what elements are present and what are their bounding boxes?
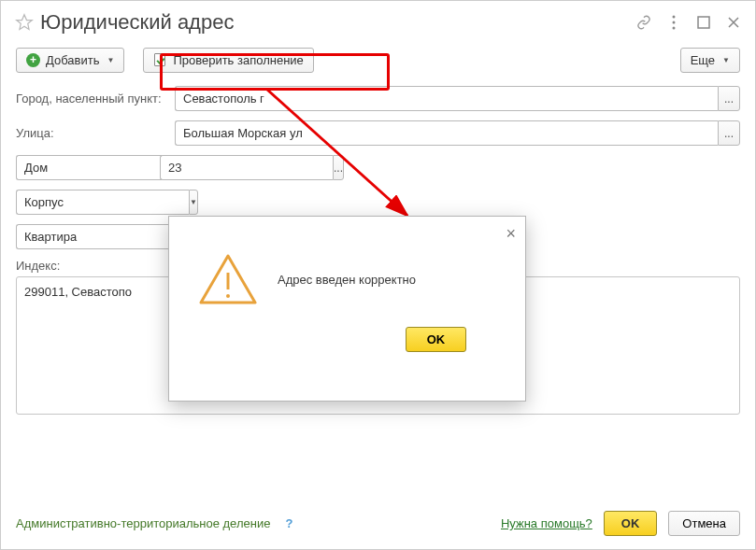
address-window: Юридический адрес + Добавить ▼ Проверить… xyxy=(0,0,756,550)
city-lookup-button[interactable]: ... xyxy=(718,86,740,111)
svg-point-2 xyxy=(673,27,676,30)
window-title: Юридический адрес xyxy=(40,10,635,35)
dialog-close-icon[interactable]: × xyxy=(506,224,516,244)
plus-icon: + xyxy=(26,53,40,67)
dialog-message: Адрес введен корректно xyxy=(278,273,416,287)
apartment-type-combo[interactable] xyxy=(16,224,189,249)
city-label: Город, населенный пункт: xyxy=(16,92,175,106)
toolbar: + Добавить ▼ Проверить заполнение Еще ▼ xyxy=(1,40,755,80)
close-icon[interactable] xyxy=(725,14,742,31)
link-icon[interactable] xyxy=(635,14,652,31)
add-label: Добавить xyxy=(46,53,99,67)
titlebar: Юридический адрес xyxy=(1,1,755,40)
city-input[interactable] xyxy=(175,86,718,111)
verify-label: Проверить заполнение xyxy=(173,53,303,67)
street-label: Улица: xyxy=(16,126,175,140)
more-label: Еще xyxy=(691,53,715,67)
verify-button[interactable]: Проверить заполнение xyxy=(143,48,313,73)
svg-point-0 xyxy=(673,16,676,19)
add-button[interactable]: + Добавить ▼ xyxy=(16,48,124,73)
cancel-button[interactable]: Отмена xyxy=(668,511,740,536)
favorite-icon[interactable] xyxy=(14,12,35,33)
help-icon[interactable]: ? xyxy=(285,516,292,530)
svg-rect-3 xyxy=(698,17,709,28)
dialog-ok-button[interactable]: OK xyxy=(406,327,467,352)
warning-icon xyxy=(197,252,259,306)
admin-division-link[interactable]: Административно-территориальное деление xyxy=(16,516,270,530)
svg-point-6 xyxy=(226,294,230,298)
footer: Административно-территориальное деление … xyxy=(1,500,755,549)
svg-point-1 xyxy=(673,21,676,24)
street-lookup-button[interactable]: ... xyxy=(718,120,740,146)
kebab-icon[interactable] xyxy=(665,14,682,31)
chevron-down-icon[interactable]: ▼ xyxy=(189,190,198,215)
house-input[interactable] xyxy=(160,155,333,180)
house-lookup-button[interactable]: ... xyxy=(333,155,344,180)
need-help-link[interactable]: Нужна помощь? xyxy=(501,516,592,530)
street-input[interactable] xyxy=(175,120,718,146)
chevron-down-icon: ▼ xyxy=(722,56,730,64)
dialog: × Адрес введен корректно OK xyxy=(168,216,526,402)
ok-button[interactable]: OK xyxy=(604,511,658,536)
maximize-icon[interactable] xyxy=(695,14,712,31)
more-button[interactable]: Еще ▼ xyxy=(680,48,740,73)
chevron-down-icon: ▼ xyxy=(107,56,114,64)
document-check-icon xyxy=(153,53,167,67)
corpus-type-combo[interactable] xyxy=(16,190,189,215)
